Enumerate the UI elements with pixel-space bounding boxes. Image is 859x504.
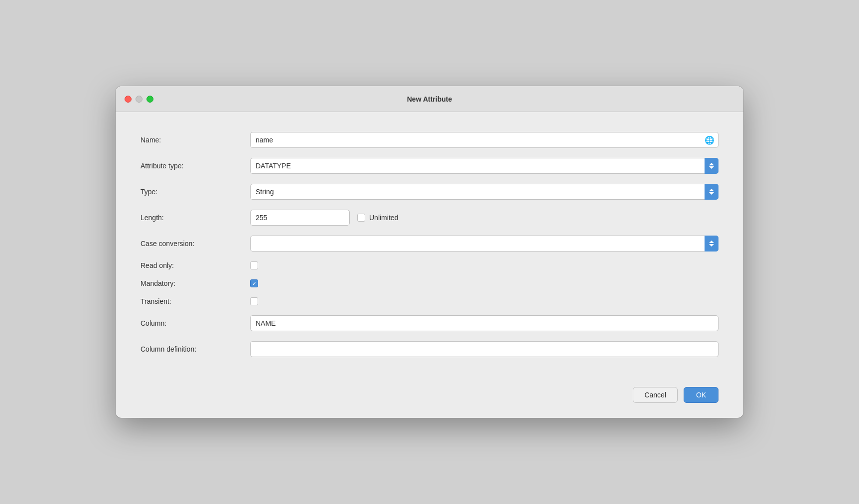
ok-button[interactable]: OK — [684, 387, 718, 403]
attribute-type-row: Attribute type: DATATYPE — [141, 153, 718, 179]
transient-field-wrapper — [250, 297, 718, 305]
case-conversion-select[interactable] — [250, 236, 718, 252]
type-label: Type: — [141, 188, 240, 196]
column-field-wrapper — [250, 315, 718, 331]
length-label: Length: — [141, 214, 240, 222]
traffic-lights — [125, 96, 153, 103]
read-only-row: Read only: — [141, 256, 718, 274]
length-field-wrapper: Unlimited — [250, 210, 718, 226]
unlimited-checkbox[interactable] — [357, 214, 365, 222]
type-row: Type: String — [141, 179, 718, 205]
column-definition-row: Column definition: — [141, 336, 718, 362]
attribute-type-field-wrapper: DATATYPE — [250, 158, 718, 174]
case-conversion-select-wrapper — [250, 236, 718, 252]
footer: Cancel OK — [116, 377, 743, 418]
transient-checkbox[interactable] — [250, 297, 258, 305]
minimize-button[interactable] — [136, 96, 143, 103]
case-conversion-field-wrapper — [250, 236, 718, 252]
column-definition-field-wrapper — [250, 341, 718, 357]
type-field-wrapper: String — [250, 184, 718, 200]
mandatory-label: Mandatory: — [141, 279, 240, 287]
case-conversion-label: Case conversion: — [141, 240, 240, 248]
transient-label: Transient: — [141, 297, 240, 305]
form-content: Name: 🌐 Attribute type: DATATYPE — [116, 112, 743, 377]
name-label: Name: — [141, 136, 240, 144]
titlebar: New Attribute — [116, 86, 743, 112]
window-title: New Attribute — [407, 95, 452, 103]
column-definition-label: Column definition: — [141, 345, 240, 353]
name-input-wrapper: 🌐 — [250, 132, 718, 148]
type-select[interactable]: String — [250, 184, 718, 200]
close-button[interactable] — [125, 96, 132, 103]
name-row: Name: 🌐 — [141, 127, 718, 153]
unlimited-label: Unlimited — [369, 214, 398, 222]
length-input[interactable] — [250, 210, 350, 226]
unlimited-wrapper: Unlimited — [357, 214, 398, 222]
read-only-label: Read only: — [141, 261, 240, 269]
column-definition-input[interactable] — [250, 341, 718, 357]
read-only-field-wrapper — [250, 261, 718, 269]
type-select-wrapper: String — [250, 184, 718, 200]
name-input[interactable] — [250, 132, 718, 148]
length-row: Length: Unlimited — [141, 205, 718, 231]
attribute-type-select-wrapper: DATATYPE — [250, 158, 718, 174]
column-label: Column: — [141, 319, 240, 327]
column-row: Column: — [141, 310, 718, 336]
read-only-checkbox[interactable] — [250, 261, 258, 269]
name-field-wrapper: 🌐 — [250, 132, 718, 148]
case-conversion-row: Case conversion: — [141, 231, 718, 256]
mandatory-field-wrapper — [250, 279, 718, 287]
cancel-button[interactable]: Cancel — [633, 387, 678, 403]
mandatory-row: Mandatory: — [141, 274, 718, 292]
transient-row: Transient: — [141, 292, 718, 310]
mandatory-checkbox[interactable] — [250, 279, 258, 287]
dialog-window: New Attribute Name: 🌐 Attribute type: DA… — [116, 86, 743, 418]
attribute-type-select[interactable]: DATATYPE — [250, 158, 718, 174]
attribute-type-label: Attribute type: — [141, 162, 240, 170]
column-input[interactable] — [250, 315, 718, 331]
maximize-button[interactable] — [146, 96, 153, 103]
